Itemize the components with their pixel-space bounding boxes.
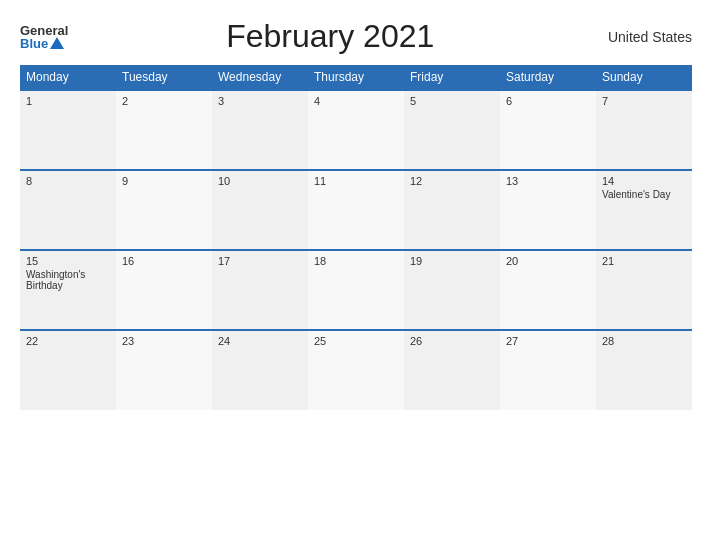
day-header-tuesday: Tuesday [116,65,212,90]
day-cell-26: 26 [404,330,500,410]
day-cell-20: 20 [500,250,596,330]
day-cell-1: 1 [20,90,116,170]
day-number: 5 [410,95,494,107]
day-number: 4 [314,95,398,107]
holiday-label: Valentine's Day [602,189,686,200]
day-number: 6 [506,95,590,107]
day-number: 14 [602,175,686,187]
day-number: 16 [122,255,206,267]
day-cell-6: 6 [500,90,596,170]
day-cell-21: 21 [596,250,692,330]
day-cell-23: 23 [116,330,212,410]
day-cell-14: 14Valentine's Day [596,170,692,250]
day-cell-27: 27 [500,330,596,410]
day-cell-7: 7 [596,90,692,170]
day-number: 15 [26,255,110,267]
week-row-2: 891011121314Valentine's Day [20,170,692,250]
day-cell-12: 12 [404,170,500,250]
day-number: 3 [218,95,302,107]
days-of-week-row: MondayTuesdayWednesdayThursdayFridaySatu… [20,65,692,90]
day-cell-4: 4 [308,90,404,170]
day-cell-22: 22 [20,330,116,410]
day-header-monday: Monday [20,65,116,90]
day-number: 2 [122,95,206,107]
day-header-saturday: Saturday [500,65,596,90]
logo-triangle-icon [50,37,64,49]
day-number: 28 [602,335,686,347]
day-cell-5: 5 [404,90,500,170]
day-number: 22 [26,335,110,347]
logo: General Blue [20,24,68,50]
day-number: 25 [314,335,398,347]
logo-general-text: General [20,24,68,37]
week-row-1: 1234567 [20,90,692,170]
day-header-wednesday: Wednesday [212,65,308,90]
day-cell-15: 15Washington's Birthday [20,250,116,330]
page: General Blue February 2021 United States… [0,0,712,550]
day-cell-18: 18 [308,250,404,330]
day-number: 11 [314,175,398,187]
day-number: 17 [218,255,302,267]
day-number: 20 [506,255,590,267]
day-number: 12 [410,175,494,187]
day-number: 13 [506,175,590,187]
day-cell-19: 19 [404,250,500,330]
day-cell-8: 8 [20,170,116,250]
day-number: 27 [506,335,590,347]
calendar-header: MondayTuesdayWednesdayThursdayFridaySatu… [20,65,692,90]
day-cell-25: 25 [308,330,404,410]
day-number: 8 [26,175,110,187]
day-cell-9: 9 [116,170,212,250]
calendar-body: 1234567891011121314Valentine's Day15Wash… [20,90,692,410]
day-cell-2: 2 [116,90,212,170]
week-row-4: 22232425262728 [20,330,692,410]
holiday-label: Washington's Birthday [26,269,110,291]
calendar-table: MondayTuesdayWednesdayThursdayFridaySatu… [20,65,692,410]
day-number: 10 [218,175,302,187]
day-number: 1 [26,95,110,107]
day-header-friday: Friday [404,65,500,90]
week-row-3: 15Washington's Birthday161718192021 [20,250,692,330]
country-label: United States [592,29,692,45]
day-cell-3: 3 [212,90,308,170]
day-number: 26 [410,335,494,347]
day-cell-17: 17 [212,250,308,330]
day-number: 7 [602,95,686,107]
day-number: 9 [122,175,206,187]
day-header-sunday: Sunday [596,65,692,90]
logo-blue-text: Blue [20,37,48,50]
header: General Blue February 2021 United States [20,18,692,55]
day-number: 21 [602,255,686,267]
day-cell-24: 24 [212,330,308,410]
calendar-title: February 2021 [68,18,592,55]
day-number: 18 [314,255,398,267]
day-cell-16: 16 [116,250,212,330]
day-header-thursday: Thursday [308,65,404,90]
day-cell-11: 11 [308,170,404,250]
day-number: 24 [218,335,302,347]
day-cell-10: 10 [212,170,308,250]
day-number: 19 [410,255,494,267]
day-cell-28: 28 [596,330,692,410]
day-cell-13: 13 [500,170,596,250]
day-number: 23 [122,335,206,347]
